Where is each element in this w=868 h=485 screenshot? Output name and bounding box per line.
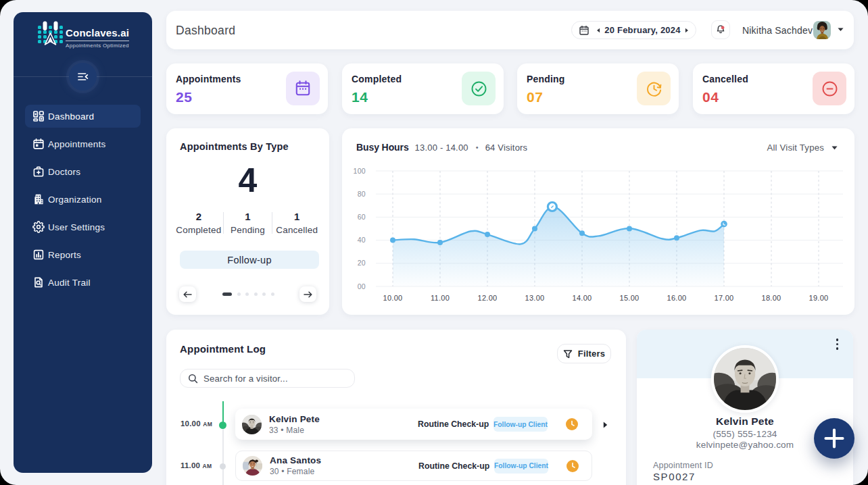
search-icon: [188, 374, 198, 384]
user-menu-caret-icon[interactable]: [838, 28, 844, 32]
stat-value: 14: [352, 89, 368, 105]
svg-text:11.00: 11.00: [431, 294, 450, 302]
report-chart-icon: [32, 249, 45, 261]
timeline-time: 11.00 AM: [180, 461, 221, 469]
sidebar-item-reports[interactable]: Reports: [25, 243, 141, 266]
timeline-dot-active: [219, 422, 226, 429]
calendar-icon: [32, 138, 45, 150]
gear-icon: [32, 221, 45, 233]
visitor-detail-card: Kelvin Pete (555) 555-1234 kelvinpete@ya…: [637, 330, 853, 485]
svg-text:15.00: 15.00: [619, 294, 639, 302]
sidebar-item-appointments[interactable]: Appointments: [25, 132, 141, 155]
arrow-left-icon: [183, 291, 192, 298]
carousel-dot[interactable]: [245, 292, 249, 296]
page-title: Dashboard: [176, 23, 235, 37]
sidebar-item-label: Organization: [48, 195, 102, 205]
sidebar: Conclaves.ai Appointments Optimized: [14, 12, 152, 473]
sidebar-item-doctors[interactable]: Doctors: [25, 160, 141, 183]
svg-text:16.00: 16.00: [667, 294, 686, 302]
stat-label: Pending: [527, 74, 565, 84]
stat-value: 04: [702, 89, 719, 105]
stat-label: Appointments: [176, 74, 241, 84]
breakdown-pending: 1 Pending: [224, 211, 272, 235]
pending-clock-icon: [566, 460, 579, 472]
stat-label: Cancelled: [702, 74, 748, 84]
client-badge: Follow-up Client: [494, 459, 548, 474]
carousel-dot[interactable]: [262, 292, 266, 296]
carousel-dots[interactable]: [222, 292, 274, 296]
detail-avatar: [711, 345, 779, 413]
sidebar-item-label: Appointments: [48, 139, 106, 149]
date-picker[interactable]: 20 February, 2024: [571, 21, 696, 39]
selected-date: 20 February, 2024: [600, 25, 685, 35]
building-icon: [32, 193, 45, 205]
sidebar-item-label: Dashboard: [48, 111, 94, 122]
calendar-icon: [579, 25, 589, 36]
visitor-name: Kelvin Pete: [269, 414, 418, 424]
carousel-dot[interactable]: [254, 292, 258, 296]
user-avatar[interactable]: [813, 21, 831, 39]
stat-card-appointments: Appointments 25: [166, 63, 328, 114]
chevron-right-icon[interactable]: [685, 28, 689, 33]
by-type-breakdown: 2 Completed 1 Pending 1 Cancelled: [174, 211, 321, 235]
visit-type: Routine Check-up: [418, 419, 493, 429]
notifications-button[interactable]: [711, 20, 730, 39]
audit-document-icon: [32, 276, 45, 288]
history-clock-icon: [637, 72, 671, 105]
svg-text:60: 60: [358, 213, 366, 221]
breakdown-cancelled: 1 Cancelled: [272, 211, 321, 235]
sidebar-item-organization[interactable]: Organization: [25, 188, 141, 211]
minus-circle-icon: [813, 72, 846, 105]
svg-text:12.00: 12.00: [477, 294, 497, 302]
carousel-dot-active[interactable]: [222, 292, 232, 296]
brand-tagline: Appointments Optimized: [66, 43, 129, 49]
visitor-meta: 30 • Female: [270, 467, 418, 476]
busy-hours-chart: 002040608010010.0011.0012.0013.0014.0015…: [342, 128, 854, 315]
follow-up-tag[interactable]: Follow-up: [180, 251, 319, 269]
filters-button[interactable]: Filters: [557, 344, 611, 363]
appointment-row[interactable]: Kelvin Pete 33 • Male Routine Check-up F…: [235, 409, 592, 440]
pending-clock-icon: [566, 418, 578, 430]
svg-text:00: 00: [358, 282, 366, 290]
appointment-id-value: SP0027: [653, 471, 696, 482]
row-expand-chevron-icon[interactable]: [603, 422, 608, 428]
sidebar-item-dashboard[interactable]: Dashboard: [25, 105, 141, 128]
carousel-next-button[interactable]: [299, 286, 316, 302]
sidebar-item-audit-trail[interactable]: Audit Trail: [25, 271, 141, 294]
stat-card-cancelled: Cancelled 04: [693, 63, 854, 114]
appointment-row[interactable]: Ana Santos 30 • Female Routine Check-up …: [235, 451, 592, 481]
brand-rule: [66, 41, 129, 41]
brand-name: Conclaves.ai: [66, 28, 129, 39]
svg-text:80: 80: [358, 190, 366, 198]
medical-bag-icon: [32, 165, 45, 178]
dashboard-icon: [32, 110, 45, 122]
visitor-avatar: [243, 456, 262, 476]
timeline-line: [222, 401, 224, 485]
visitor-avatar: [242, 415, 262, 434]
sidebar-nav: Dashboard Appointments: [25, 105, 141, 294]
visitor-meta: 33 • Male: [269, 426, 418, 435]
stat-value: 07: [527, 89, 543, 105]
by-type-title: Appointments By Type: [180, 141, 289, 152]
svg-text:18.00: 18.00: [761, 294, 781, 302]
collapse-sidebar-button[interactable]: [69, 63, 97, 91]
sidebar-item-label: Reports: [48, 250, 81, 260]
appointments-by-type-card: Appointments By Type 4 2 Completed 1 Pen…: [166, 128, 329, 315]
sidebar-item-label: Audit Trail: [48, 278, 91, 288]
carousel-dot[interactable]: [271, 292, 274, 296]
visitor-name: Ana Santos: [270, 455, 418, 465]
search-input[interactable]: [203, 374, 339, 384]
appointment-log-card: Appointment Log Filters 10.00 AM 11.00 A…: [166, 330, 626, 485]
search-box[interactable]: [180, 369, 355, 388]
sidebar-item-user-settings[interactable]: User Settings: [25, 215, 141, 238]
svg-text:17.00: 17.00: [714, 294, 733, 302]
carousel-dot[interactable]: [237, 292, 241, 296]
funnel-icon: [563, 349, 573, 359]
add-appointment-fab[interactable]: [814, 418, 854, 459]
kebab-menu-icon[interactable]: [836, 338, 839, 350]
check-circle-icon: [462, 72, 496, 105]
appointment-log-title: Appointment Log: [180, 343, 266, 355]
appointment-id-label: Appointment ID: [653, 461, 713, 470]
stat-value: 25: [176, 89, 192, 105]
carousel-prev-button[interactable]: [179, 286, 196, 302]
